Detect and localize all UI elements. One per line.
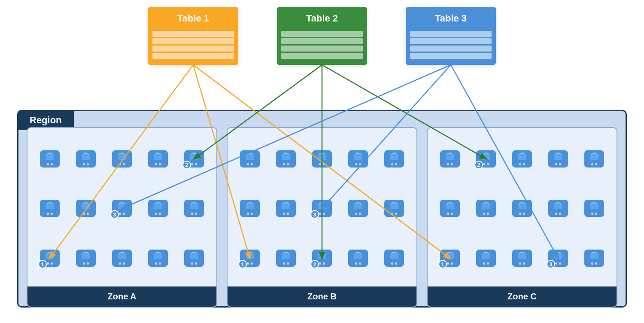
server-icon [142,136,174,182]
zone-a: 2 3 1 Zone A [27,127,217,308]
table-2: Table 2 [277,7,367,65]
server-icon [506,136,538,182]
table-2-label: Table 2 [277,7,367,27]
table-row [281,31,363,37]
server-icon [542,136,574,182]
diagram-container: Table 1 Table 2 Table 3 [9,7,635,316]
server-icon [434,186,466,232]
server-icon-b-shard1: 1 [234,235,266,281]
table-row [410,46,492,52]
server-icon-c-shard3: 3 [542,235,574,281]
server-icon [506,235,538,281]
server-icon-c-shard2: 2 [470,136,502,182]
server-icon-a-shard2-top: 2 [178,136,210,182]
server-icon [470,186,502,232]
server-icon [578,235,611,281]
table-3: Table 3 [406,7,496,65]
server-icon [342,235,374,281]
table-row [410,53,492,59]
table-1: Table 1 [148,7,238,65]
server-icon-a-shard1: 1 [33,235,66,281]
zone-b-label: Zone B [228,286,416,307]
table-1-rows [148,27,238,65]
server-icon [506,186,538,232]
table-3-rows [406,27,496,65]
server-icon [70,235,102,281]
table-row [281,53,363,59]
server-icon [178,186,210,232]
table-3-label: Table 3 [406,7,496,27]
zones-row: 2 3 1 Zone A [17,127,627,308]
zone-a-grid: 2 3 1 [33,136,210,286]
server-icon [378,186,410,232]
server-icon [270,136,302,182]
zone-c-label: Zone C [428,286,617,307]
table-row [152,38,234,44]
server-icon [306,136,338,182]
server-icon [106,136,138,182]
table-row [281,38,363,44]
server-icon [434,136,466,182]
table-2-rows [277,27,367,65]
server-icon-a-shard3: 3 [106,186,138,232]
server-icon [70,136,102,182]
server-icon [378,136,410,182]
server-icon [578,186,611,232]
server-icon [270,186,302,232]
table-row [410,31,492,37]
table-row [152,31,234,37]
server-icon [578,136,611,182]
server-icon-c-shard1: 1 [434,235,466,281]
server-icon [234,136,266,182]
server-icon [378,235,410,281]
server-icon [270,235,302,281]
server-icon [234,186,266,232]
server-icon [106,235,138,281]
server-icon [470,235,502,281]
zone-c-grid: 2 1 3 [434,136,611,286]
zone-b-grid: 3 1 2 [234,136,410,286]
zone-a-label: Zone A [27,286,216,307]
server-icon [142,186,174,232]
tables-row: Table 1 Table 2 Table 3 [148,7,496,65]
server-icon [542,186,574,232]
server-icon [178,235,210,281]
server-icon [70,186,102,232]
server-icon-b-shard3: 3 [306,186,338,232]
zone-b: 3 1 2 Zone B [227,127,417,308]
zone-c: 2 1 3 Zone C [427,127,617,308]
table-row [152,46,234,52]
server-icon [342,186,374,232]
server-icon [342,136,374,182]
server-icon [142,235,174,281]
server-icon [33,186,66,232]
table-row [410,38,492,44]
server-icon-b-shard2: 2 [306,235,338,281]
table-1-label: Table 1 [148,7,238,27]
server-icon [33,136,66,182]
table-row [152,53,234,59]
table-row [281,46,363,52]
